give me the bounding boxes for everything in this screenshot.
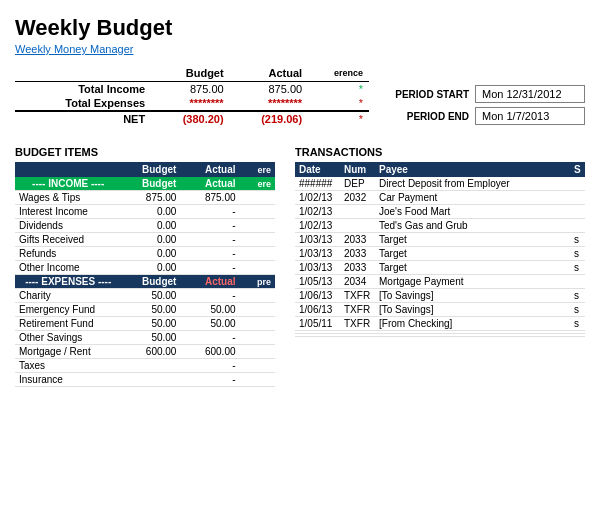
trans-date: 1/02/13 xyxy=(295,205,340,219)
trans-payee: [To Savings] xyxy=(375,303,570,317)
trans-date: 1/06/13 xyxy=(295,303,340,317)
trans-payee: [From Checking] xyxy=(375,317,570,331)
trans-num: 2032 xyxy=(340,191,375,205)
income-item-name: Other Income xyxy=(15,261,121,275)
trans-date: ###### xyxy=(295,177,340,191)
trans-num: 2033 xyxy=(340,247,375,261)
trans-payee: Target xyxy=(375,233,570,247)
expense-item-name: Taxes xyxy=(15,359,121,373)
budget-income-row: Other Income 0.00 - xyxy=(15,261,275,275)
trans-num xyxy=(340,205,375,219)
budget-income-row: Interest Income 0.00 - xyxy=(15,205,275,219)
trans-date: 1/06/13 xyxy=(295,289,340,303)
income-item-diff xyxy=(240,205,275,219)
net-actual: (219.06) xyxy=(230,111,309,126)
transaction-row: 1/03/13 2033 Target s xyxy=(295,247,585,261)
income-item-name: Refunds xyxy=(15,247,121,261)
total-expenses-label: Total Expenses xyxy=(15,96,151,111)
trans-s xyxy=(570,275,585,289)
trans-num: 2034 xyxy=(340,275,375,289)
trans-date: 1/02/13 xyxy=(295,219,340,233)
income-item-actual: - xyxy=(180,219,239,233)
income-header-label: ---- INCOME ---- xyxy=(15,177,121,191)
expenses-header-label: ---- EXPENSES ---- xyxy=(15,275,121,289)
expense-item-actual: 600.00 xyxy=(180,345,239,359)
trans-payee-header: Payee xyxy=(375,162,570,177)
income-item-actual: - xyxy=(180,205,239,219)
budget-expense-row: Charity 50.00 - xyxy=(15,289,275,303)
period-section: PERIOD START Mon 12/31/2012 PERIOD END M… xyxy=(389,85,585,126)
expense-item-actual: - xyxy=(180,331,239,345)
trans-s-header: S xyxy=(570,162,585,177)
transaction-row: 1/06/13 TXFR [To Savings] s xyxy=(295,289,585,303)
transaction-row: ###### DEP Direct Deposit from Employer xyxy=(295,177,585,191)
trans-s: s xyxy=(570,317,585,331)
expense-item-actual: 50.00 xyxy=(180,317,239,331)
total-income-budget: 875.00 xyxy=(151,82,230,97)
budget-income-row: Gifts Received 0.00 - xyxy=(15,233,275,247)
income-item-name: Gifts Received xyxy=(15,233,121,247)
trans-date: 1/02/13 xyxy=(295,191,340,205)
trans-num: 2033 xyxy=(340,233,375,247)
transaction-row: 1/02/13 Ted's Gas and Grub xyxy=(295,219,585,233)
expense-item-diff xyxy=(240,289,275,303)
subtitle-link[interactable]: Weekly Money Manager xyxy=(15,43,133,55)
trans-s: s xyxy=(570,289,585,303)
expense-item-budget xyxy=(121,359,180,373)
trans-payee: Target xyxy=(375,247,570,261)
trans-payee: [To Savings] xyxy=(375,289,570,303)
expense-item-name: Mortgage / Rent xyxy=(15,345,121,359)
total-income-label: Total Income xyxy=(15,82,151,97)
income-item-diff xyxy=(240,233,275,247)
trans-s: s xyxy=(570,233,585,247)
erence-header: erence xyxy=(308,65,369,82)
transactions-section: TRANSACTIONS Date Num Payee S ###### DEP… xyxy=(295,146,585,387)
expense-item-name: Retirement Fund xyxy=(15,317,121,331)
trans-date-header: Date xyxy=(295,162,340,177)
period-end-label: PERIOD END xyxy=(389,111,469,122)
trans-s xyxy=(570,219,585,233)
budget-items-section: BUDGET ITEMS Budget Actual ere ---- INCO… xyxy=(15,146,275,387)
transaction-row: 1/02/13 2032 Car Payment xyxy=(295,191,585,205)
expenses-budget-col: Budget xyxy=(121,275,180,289)
income-item-diff xyxy=(240,191,275,205)
transaction-row: 1/03/13 2033 Target s xyxy=(295,233,585,247)
income-item-actual: - xyxy=(180,233,239,247)
expense-item-diff xyxy=(240,373,275,387)
total-income-actual: 875.00 xyxy=(230,82,309,97)
expense-item-diff xyxy=(240,359,275,373)
income-item-name: Wages & Tips xyxy=(15,191,121,205)
expense-item-actual: - xyxy=(180,289,239,303)
expense-item-budget xyxy=(121,373,180,387)
expense-item-diff xyxy=(240,303,275,317)
trans-payee: Joe's Food Mart xyxy=(375,205,570,219)
budget-expense-row: Taxes - xyxy=(15,359,275,373)
trans-s: s xyxy=(570,247,585,261)
transaction-row: 1/06/13 TXFR [To Savings] s xyxy=(295,303,585,317)
trans-num: TXFR xyxy=(340,317,375,331)
trans-date: 1/05/11 xyxy=(295,317,340,331)
trans-payee xyxy=(375,334,570,337)
trans-num: DEP xyxy=(340,177,375,191)
budget-expense-row: Retirement Fund 50.00 50.00 xyxy=(15,317,275,331)
net-budget: (380.20) xyxy=(151,111,230,126)
budget-expense-row: Insurance - xyxy=(15,373,275,387)
trans-date: 1/03/13 xyxy=(295,233,340,247)
net-label: NET xyxy=(15,111,151,126)
trans-num xyxy=(340,334,375,337)
budget-income-row: Dividends 0.00 - xyxy=(15,219,275,233)
expense-item-diff xyxy=(240,331,275,345)
income-item-budget: 0.00 xyxy=(121,261,180,275)
trans-payee: Mortgage Payment xyxy=(375,275,570,289)
income-item-diff xyxy=(240,261,275,275)
trans-date: 1/03/13 xyxy=(295,261,340,275)
trans-payee: Ted's Gas and Grub xyxy=(375,219,570,233)
income-item-actual: - xyxy=(180,261,239,275)
income-item-budget: 875.00 xyxy=(121,191,180,205)
period-start-value: Mon 12/31/2012 xyxy=(475,85,585,103)
actual-header: Actual xyxy=(230,65,309,82)
expense-item-name: Other Savings xyxy=(15,331,121,345)
trans-num: 2033 xyxy=(340,261,375,275)
expense-item-diff xyxy=(240,317,275,331)
income-item-budget: 0.00 xyxy=(121,233,180,247)
